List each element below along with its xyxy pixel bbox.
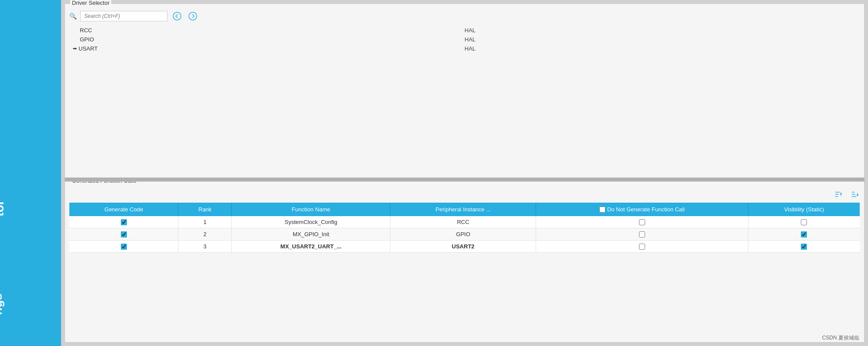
left-panel: tor ngs (0, 0, 61, 346)
table-header-row: Generate Code Rank Function Name Periphe… (69, 203, 860, 216)
gfc-table: Generate Code Rank Function Name Periphe… (69, 203, 860, 253)
driver-name-usart: ➡ USART (69, 45, 465, 52)
rank-cell-3: 3 (178, 241, 232, 253)
expand-arrow-usart: ➡ (73, 46, 77, 51)
col-rank: Rank (178, 203, 232, 216)
function-name-cell-1: SystemClock_Config (232, 216, 390, 228)
col-do-not-generate: Do Not Generate Function Call (536, 203, 748, 216)
gfc-title: Generated Function Calls (70, 181, 138, 184)
generate-code-checkbox-1[interactable] (121, 219, 127, 225)
main-content: Driver Selector 🔍 RCC HAL (61, 0, 868, 346)
visibility-cell-1 (748, 216, 860, 228)
visibility-cell-3 (748, 241, 860, 253)
sort-asc-button[interactable] (834, 190, 843, 201)
generate-code-cell-1 (69, 216, 178, 228)
do-not-generate-checkbox-3[interactable] (639, 244, 645, 250)
generate-code-checkbox-2[interactable] (121, 231, 127, 237)
col-function-name: Function Name (232, 203, 390, 216)
do-not-generate-cell-3 (536, 241, 748, 253)
generate-code-checkbox-3[interactable] (121, 244, 127, 250)
col-peripheral-instance: Peripheral Instance ... (390, 203, 536, 216)
search-input[interactable] (80, 11, 167, 21)
driver-type-usart: HAL (465, 45, 860, 52)
do-not-generate-cell-1 (536, 216, 748, 228)
sort-buttons (69, 190, 860, 201)
driver-row-usart[interactable]: ➡ USART HAL (69, 44, 860, 53)
do-not-generate-header-checkbox[interactable] (599, 207, 605, 213)
peripheral-instance-cell-3: USART2 (390, 241, 536, 253)
search-row: 🔍 (69, 11, 860, 21)
generate-code-cell-2 (69, 228, 178, 241)
visibility-cell-2 (748, 228, 860, 241)
visibility-checkbox-3[interactable] (801, 244, 807, 250)
col-generate-code: Generate Code (69, 203, 178, 216)
function-name-cell-3: MX_USART2_UART_... (232, 241, 390, 253)
table-row: 2 MX_GPIO_Init GPIO (69, 228, 860, 241)
peripheral-instance-cell-1: RCC (390, 216, 536, 228)
driver-type-gpio: HAL (465, 36, 860, 43)
function-name-cell-2: MX_GPIO_Init (232, 228, 390, 241)
do-not-generate-cell-2 (536, 228, 748, 241)
driver-list: RCC HAL GPIO HAL ➡ USART HAL (69, 26, 860, 53)
svg-point-0 (173, 12, 181, 20)
generate-code-cell-3 (69, 241, 178, 253)
watermark: CSDN 夏侯城临 (822, 334, 859, 342)
left-panel-text1: tor (0, 200, 7, 216)
sort-desc-button[interactable] (850, 190, 860, 201)
peripheral-instance-cell-2: GPIO (390, 228, 536, 241)
driver-row-gpio: GPIO HAL (69, 35, 860, 44)
driver-selector-title: Driver Selector (70, 0, 111, 6)
driver-type-rcc: HAL (465, 27, 860, 34)
svg-point-1 (189, 12, 197, 20)
rank-cell-1: 1 (178, 216, 232, 228)
visibility-checkbox-1[interactable] (801, 219, 807, 225)
rank-cell-2: 2 (178, 228, 232, 241)
next-button[interactable] (187, 12, 199, 20)
search-icon: 🔍 (69, 13, 77, 20)
do-not-generate-checkbox-2[interactable] (639, 231, 645, 237)
table-row: 3 MX_USART2_UART_... USART2 (69, 241, 860, 253)
driver-row-rcc: RCC HAL (69, 26, 860, 35)
table-row: 1 SystemClock_Config RCC (69, 216, 860, 228)
prev-button[interactable] (171, 12, 183, 20)
driver-selector-panel: Driver Selector 🔍 RCC HAL (65, 3, 865, 178)
do-not-generate-checkbox-1[interactable] (639, 219, 645, 225)
col-visibility: Visibility (Static) (748, 203, 860, 216)
left-panel-text2: ngs (0, 293, 5, 315)
driver-name-gpio: GPIO (69, 36, 465, 43)
visibility-checkbox-2[interactable] (801, 231, 807, 237)
panel-divider (65, 178, 865, 181)
driver-name-rcc: RCC (69, 27, 465, 34)
gfc-table-body: 1 SystemClock_Config RCC (69, 216, 860, 253)
gfc-panel: Generated Function Calls (65, 181, 865, 343)
